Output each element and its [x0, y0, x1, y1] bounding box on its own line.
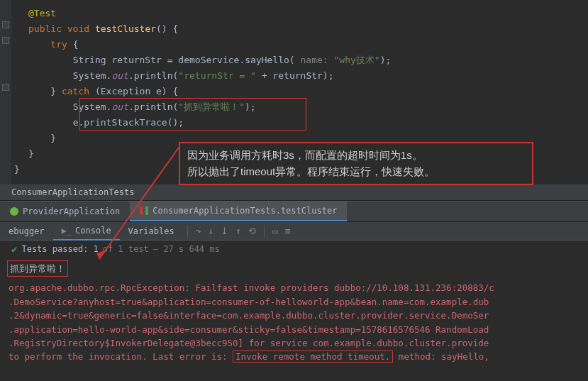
- tab-console[interactable]: ▶_ Console: [53, 222, 120, 241]
- run-config-tabs: ProviderApplication ConsumerApplicationT…: [0, 201, 588, 222]
- caught-exception-output: 抓到异常啦！: [7, 260, 68, 277]
- checkmark-icon: ✔: [11, 243, 17, 255]
- stacktrace-line: .DemoService?anyhost=true&application=co…: [9, 295, 579, 309]
- breadcrumb[interactable]: ConsumerApplicationTests: [11, 187, 588, 200]
- tests-passed-label: Tests passed: 1: [21, 244, 98, 254]
- tests-of-label: of 1 test: [103, 244, 149, 254]
- drop-frame-icon[interactable]: ⟲: [245, 223, 260, 239]
- spring-icon: [10, 207, 18, 216]
- timeout-error-highlight: Invoke remote method timeout.: [233, 350, 393, 363]
- stacktrace-line: .2&dynamic=true&generic=false&interface=…: [9, 309, 579, 322]
- tab-debugger[interactable]: ebugger: [0, 223, 53, 240]
- run-to-cursor-icon[interactable]: ▭: [269, 223, 282, 239]
- test-icon: [140, 206, 143, 215]
- test-status-bar: ✔ Tests passed: 1 of 1 test – 27 s 644 m…: [0, 241, 588, 258]
- test-icon: [145, 206, 148, 215]
- fold-icon[interactable]: [2, 21, 9, 28]
- fold-icon[interactable]: [2, 37, 9, 44]
- stacktrace-line: .RegistryDirectory$InvokerDelegate@3becc…: [9, 336, 579, 350]
- debug-tool-tabs: ebugger ▶_ Console Variables ↷ ↓ ⤓ ↑ ⟲ ▭…: [0, 222, 588, 241]
- annotation-test: @Test: [28, 8, 56, 18]
- force-step-icon[interactable]: ⤓: [217, 223, 232, 239]
- stacktrace-line: to perform the invocation. Last error is…: [9, 350, 579, 363]
- breadcrumb-bar: ConsumerApplicationTests: [0, 184, 588, 201]
- step-into-icon[interactable]: ↓: [204, 223, 217, 239]
- fold-icon[interactable]: [2, 84, 9, 91]
- stacktrace-line: org.apache.dubbo.rpc.RpcException: Failf…: [9, 281, 579, 294]
- tab-consumer-tests[interactable]: ConsumerApplicationTests.testCluster: [130, 201, 347, 221]
- tab-provider-application[interactable]: ProviderApplication: [0, 201, 130, 221]
- evaluate-icon[interactable]: ≡: [282, 223, 294, 239]
- tests-time-label: – 27 s 644 ms: [153, 244, 220, 254]
- tab-variables[interactable]: Variables: [120, 223, 183, 240]
- step-over-icon[interactable]: ↷: [192, 223, 205, 239]
- editor-gutter: [0, 0, 11, 184]
- console-output[interactable]: 抓到异常啦！ org.apache.dubbo.rpc.RpcException…: [0, 258, 588, 372]
- separator: [187, 225, 188, 238]
- step-out-icon[interactable]: ↑: [232, 223, 245, 239]
- separator: [264, 225, 265, 238]
- console-icon: ▶_: [62, 226, 72, 236]
- stacktrace-line: .application=hello-world-app&side=consum…: [9, 323, 579, 336]
- explanation-callout: 因为业务调用方耗时3s，而配置的超时时间为1s。 所以抛出了timeout异常。…: [179, 142, 533, 185]
